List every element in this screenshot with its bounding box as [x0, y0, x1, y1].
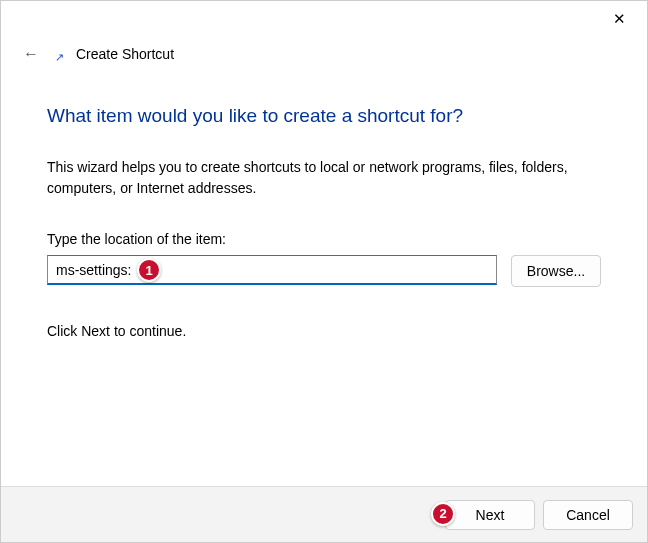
wizard-title: Create Shortcut: [76, 46, 174, 62]
page-heading: What item would you like to create a sho…: [47, 105, 601, 127]
titlebar: ✕: [1, 1, 647, 37]
continue-instruction: Click Next to continue.: [47, 323, 601, 339]
annotation-badge-2: 2: [431, 502, 455, 526]
annotation-badge-1: 1: [137, 258, 161, 282]
cancel-button[interactable]: Cancel: [543, 500, 633, 530]
shortcut-icon: ↗: [55, 51, 64, 64]
location-label: Type the location of the item:: [47, 231, 601, 247]
wizard-header: ← ↗ Create Shortcut: [1, 37, 647, 65]
location-row: 1 Browse...: [47, 255, 601, 287]
back-arrow-icon[interactable]: ←: [19, 43, 43, 65]
next-button[interactable]: Next: [445, 500, 535, 530]
footer: Next 2 Cancel: [1, 486, 647, 542]
wizard-description: This wizard helps you to create shortcut…: [47, 157, 601, 199]
browse-button[interactable]: Browse...: [511, 255, 601, 287]
location-input[interactable]: [47, 255, 497, 285]
close-icon[interactable]: ✕: [605, 5, 633, 33]
content-area: What item would you like to create a sho…: [1, 65, 647, 339]
